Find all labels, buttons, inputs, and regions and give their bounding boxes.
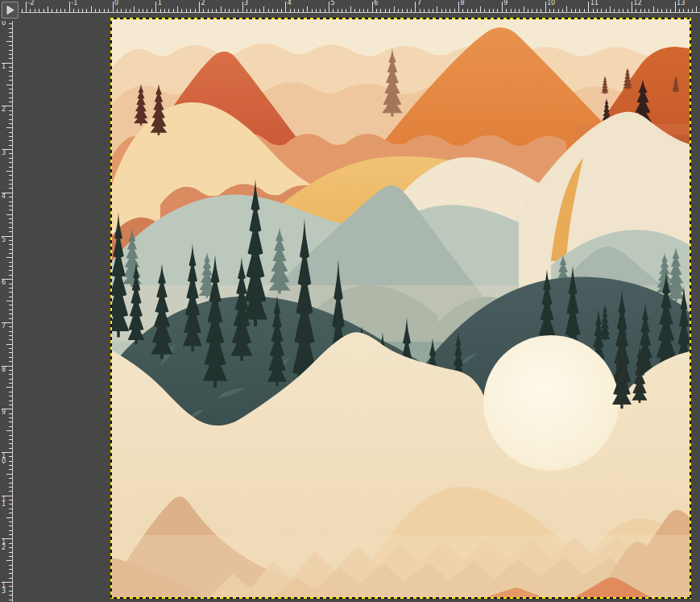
ruler-sub-tick	[9, 326, 12, 327]
ruler-sub-tick	[9, 448, 12, 449]
ruler-label: 4	[2, 194, 8, 200]
ruler-sub-tick	[164, 9, 165, 12]
ruler-sub-tick	[177, 6, 178, 12]
ruler-sub-tick	[597, 9, 598, 12]
ruler-sub-tick	[9, 417, 12, 418]
ruler-sub-tick	[9, 32, 12, 33]
ruler-sub-tick	[9, 114, 12, 115]
ruler-sub-tick	[160, 9, 161, 12]
right-arrow-icon	[5, 5, 15, 15]
ruler-sub-tick	[108, 9, 109, 12]
ruler-sub-tick	[9, 249, 12, 250]
ruler-sub-tick	[480, 6, 481, 12]
ruler-sub-tick	[9, 102, 12, 102]
ruler-sub-tick	[56, 9, 57, 12]
ruler-sub-tick	[303, 9, 304, 12]
ruler-sub-tick	[35, 9, 35, 12]
ruler-sub-tick	[9, 435, 12, 436]
ruler-sub-tick	[9, 93, 12, 93]
ruler-label: 12	[2, 540, 8, 550]
ruler-sub-tick	[9, 348, 12, 349]
ruler-major-tick	[329, 2, 329, 12]
ruler-sub-tick	[9, 54, 12, 55]
ruler-sub-tick	[307, 6, 308, 12]
ruler-sub-tick	[268, 9, 269, 12]
ruler-sub-tick	[9, 140, 12, 141]
ruler-sub-tick	[429, 9, 429, 12]
ruler-sub-tick	[60, 9, 61, 12]
ruler-sub-tick	[661, 9, 662, 12]
ruler-major-tick	[458, 2, 459, 12]
ruler-sub-tick	[9, 175, 12, 176]
ruler-sub-tick	[216, 9, 217, 12]
ruler-sub-tick	[9, 534, 12, 535]
vertical-ruler[interactable]: 012345678910111213	[0, 21, 13, 602]
ruler-sub-tick	[6, 474, 12, 475]
ruler-sub-tick	[272, 9, 273, 12]
ruler-label: 9	[2, 410, 8, 416]
ruler-sub-tick	[30, 9, 31, 12]
ruler-sub-tick	[411, 9, 412, 12]
ruler-label: 7	[417, 0, 421, 6]
ruler-sub-tick	[9, 180, 12, 181]
ruler-sub-tick	[9, 456, 12, 457]
ruler-sub-tick	[354, 9, 355, 12]
ruler-label: 6	[374, 0, 378, 6]
layer-boundary-right	[690, 18, 691, 599]
ruler-sub-tick	[229, 9, 230, 12]
ruler-sub-tick	[610, 6, 611, 12]
ruler-sub-tick	[359, 9, 360, 12]
ruler-sub-tick	[22, 9, 23, 12]
ruler-sub-tick	[640, 9, 641, 12]
ruler-sub-tick	[9, 153, 12, 154]
ruler-origin-menu-button[interactable]	[2, 2, 19, 19]
ruler-label: 10	[547, 0, 555, 6]
ruler-label: 0	[2, 21, 8, 27]
ruler-sub-tick	[9, 253, 12, 254]
ruler-sub-tick	[9, 275, 12, 276]
ruler-sub-tick	[402, 9, 403, 12]
ruler-sub-tick	[9, 284, 12, 284]
ruler-sub-tick	[606, 9, 607, 12]
horizontal-ruler[interactable]: -2-1012345678910111213	[21, 0, 700, 13]
ruler-sub-tick	[6, 41, 12, 42]
ruler-sub-tick	[9, 547, 12, 548]
ruler-sub-tick	[9, 184, 12, 185]
ruler-sub-tick	[6, 301, 12, 301]
ruler-sub-tick	[9, 188, 12, 189]
ruler-sub-tick	[9, 305, 12, 305]
ruler-sub-tick	[39, 9, 39, 12]
ruler-sub-tick	[688, 9, 689, 12]
ruler-sub-tick	[9, 222, 12, 223]
ruler-sub-tick	[212, 9, 213, 12]
ruler-sub-tick	[9, 370, 12, 371]
ruler-sub-tick	[9, 167, 12, 168]
ruler-sub-tick	[9, 309, 12, 310]
ruler-sub-tick	[9, 525, 12, 526]
ruler-sub-tick	[9, 145, 12, 146]
ruler-sub-tick	[9, 45, 12, 46]
ruler-sub-tick	[9, 543, 12, 544]
canvas-image[interactable]	[112, 19, 690, 597]
ruler-sub-tick	[9, 530, 12, 531]
ruler-sub-tick	[9, 586, 12, 587]
ruler-sub-tick	[566, 6, 567, 12]
ruler-sub-tick	[670, 9, 671, 12]
ruler-sub-tick	[657, 9, 658, 12]
ruler-sub-tick	[9, 318, 12, 319]
ruler-sub-tick	[9, 201, 12, 202]
ruler-sub-tick	[6, 127, 12, 128]
ruler-label: 3	[2, 151, 8, 156]
ruler-label: -1	[71, 0, 77, 6]
ruler-label: 5	[331, 0, 335, 6]
ruler-sub-tick	[9, 240, 12, 241]
ruler-sub-tick	[692, 9, 693, 12]
ruler-sub-tick	[9, 76, 12, 77]
ruler-sub-tick	[9, 123, 12, 124]
ruler-sub-tick	[190, 9, 191, 12]
ruler-sub-tick	[476, 9, 477, 12]
ruler-sub-tick	[6, 214, 12, 215]
ruler-sub-tick	[203, 9, 204, 12]
ruler-sub-tick	[9, 491, 12, 492]
ruler-sub-tick	[9, 443, 12, 444]
